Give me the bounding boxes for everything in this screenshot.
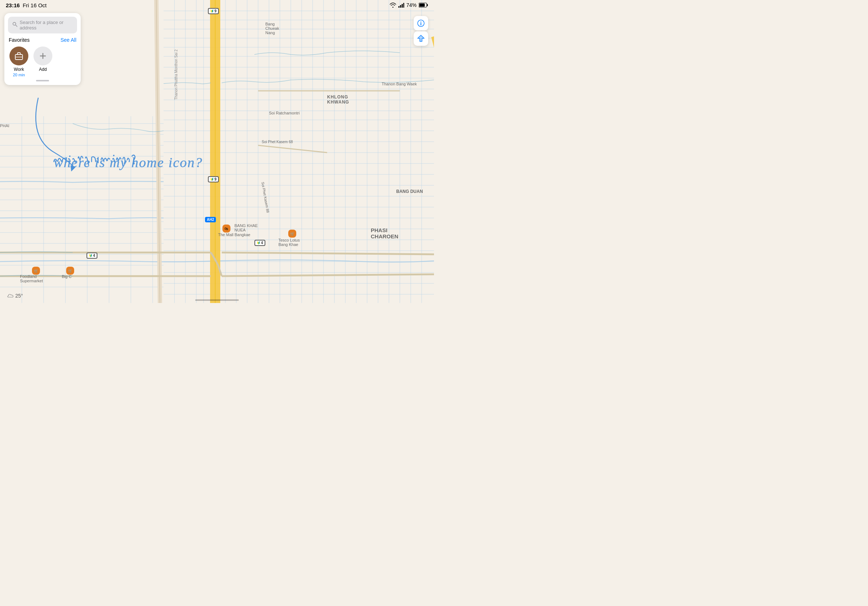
search-icon	[12, 22, 17, 28]
poi-mall: 🛍	[222, 224, 231, 232]
route-badge-9-mid: 🔰 9	[208, 176, 219, 182]
svg-rect-89	[400, 5, 401, 8]
poi-foodland: 🛒	[32, 267, 40, 275]
poi-tesco: 🛒	[288, 230, 296, 238]
info-button[interactable]	[414, 16, 428, 31]
svg-rect-90	[401, 4, 403, 8]
map-buttons	[414, 16, 428, 46]
status-bar: 23:16 Fri 16 Oct 74%	[0, 0, 434, 10]
svg-point-102	[420, 22, 421, 22]
location-button[interactable]	[414, 31, 428, 46]
favorites-label: Favorites	[9, 37, 30, 43]
svg-rect-91	[403, 3, 404, 8]
favorites-row: Work 20 min Add	[8, 46, 77, 77]
svg-rect-94	[420, 4, 425, 7]
cell-signal-icon	[398, 3, 404, 8]
see-all-button[interactable]: See All	[60, 37, 76, 43]
battery-percent: 74%	[406, 2, 417, 8]
svg-point-95	[13, 23, 16, 25]
add-icon-circle	[33, 46, 52, 65]
search-bar[interactable]: Search for a place or address	[8, 17, 77, 33]
search-placeholder: Search for a place or address	[20, 20, 73, 31]
wifi-icon	[390, 3, 396, 8]
status-right: 74%	[390, 2, 428, 8]
favorites-header: Favorites See All	[8, 37, 77, 43]
svg-rect-88	[398, 6, 400, 8]
plus-icon	[39, 52, 47, 60]
work-duration: 20 min	[13, 73, 25, 77]
search-panel: Search for a place or address Favorites …	[5, 13, 81, 85]
battery-icon	[419, 3, 428, 8]
favorite-add[interactable]: Add	[33, 46, 52, 77]
poi-bigc: 🛒	[66, 267, 74, 275]
route-badge-4-left: 🔰 4	[87, 252, 98, 259]
work-label: Work	[14, 67, 24, 72]
route-badge-ah2: AH2	[205, 217, 216, 223]
temperature: 25°	[15, 293, 23, 298]
weather-display: 25°	[7, 293, 23, 298]
status-date: Fri 16 Oct	[23, 2, 46, 8]
favorite-work[interactable]: Work 20 min	[9, 46, 28, 77]
svg-line-96	[16, 25, 17, 26]
drag-handle[interactable]	[36, 80, 49, 81]
work-icon-circle	[9, 46, 28, 65]
route-badge-4-mid: 🔰 4	[254, 240, 265, 246]
status-left: 23:16 Fri 16 Oct	[6, 2, 46, 8]
add-label: Add	[39, 67, 46, 72]
briefcase-icon	[14, 52, 23, 60]
bottom-bar: 25°	[0, 289, 434, 303]
cloud-icon	[7, 293, 14, 298]
svg-rect-93	[427, 4, 428, 6]
status-time: 23:16	[6, 2, 20, 8]
